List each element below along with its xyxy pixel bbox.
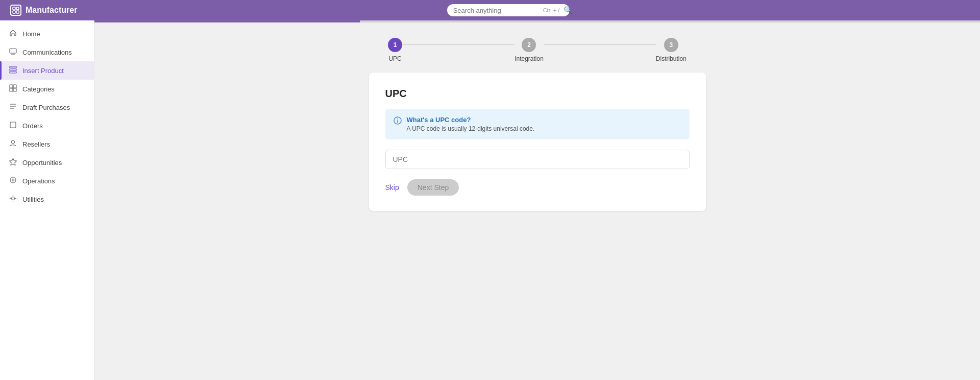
- next-step-button[interactable]: Next Step: [407, 179, 459, 196]
- opportunities-icon: [8, 158, 17, 167]
- upc-card: UPC What's a UPC code? A UPC code is usu…: [369, 73, 706, 211]
- sidebar-item-insert-product[interactable]: Insert Product: [0, 61, 94, 80]
- stepper-circle-2: 2: [522, 38, 536, 52]
- stepper-label-upc: UPC: [388, 55, 401, 62]
- utilities-icon: [8, 195, 17, 204]
- svg-point-22: [397, 118, 398, 120]
- sidebar-item-label: Orders: [22, 122, 43, 130]
- svg-rect-5: [10, 66, 16, 68]
- home-icon: [8, 29, 17, 38]
- stepper-label-integration: Integration: [514, 55, 544, 62]
- svg-rect-0: [13, 7, 15, 10]
- sidebar-item-label: Resellers: [22, 140, 50, 148]
- sidebar-item-label: Operations: [22, 177, 55, 185]
- sidebar-item-categories[interactable]: Categories: [0, 80, 94, 98]
- sidebar-item-utilities[interactable]: Utilities: [0, 190, 94, 208]
- orders-icon: [8, 121, 17, 130]
- info-desc: A UPC code is usually 12-digits universa…: [407, 125, 535, 132]
- sidebar-item-draft-purchases[interactable]: Draft Purchases: [0, 98, 94, 116]
- categories-icon: [8, 84, 17, 93]
- svg-marker-17: [9, 158, 16, 165]
- svg-rect-11: [13, 88, 16, 91]
- sidebar-item-home[interactable]: Home: [0, 25, 94, 43]
- svg-rect-6: [10, 69, 16, 70]
- brand-label: Manufacturer: [26, 6, 77, 15]
- svg-rect-2: [13, 11, 15, 13]
- stepper-label-distribution: Distribution: [656, 55, 687, 62]
- search-shortcut: Ctrl + /: [543, 7, 560, 13]
- sidebar-item-resellers[interactable]: Resellers: [0, 135, 94, 153]
- stepper-line-1: [402, 44, 514, 45]
- svg-rect-9: [13, 85, 16, 88]
- sidebar-item-orders[interactable]: Orders: [0, 116, 94, 135]
- stepper: 1 UPC 2 Integration 3 Distribution: [94, 22, 980, 73]
- info-title: What's a UPC code?: [407, 116, 535, 124]
- sidebar-item-label: Insert Product: [22, 67, 64, 75]
- stepper-circle-1: 1: [388, 38, 402, 52]
- sidebar: Home Communications Insert Product Categ…: [0, 20, 94, 380]
- main-content: 1 UPC 2 Integration 3 Distribution UPC: [94, 20, 980, 380]
- svg-rect-8: [10, 85, 13, 88]
- search-input[interactable]: [453, 7, 539, 14]
- stepper-step-upc: 1 UPC: [388, 38, 402, 62]
- communications-icon: [8, 48, 17, 57]
- svg-rect-1: [16, 7, 19, 10]
- skip-button[interactable]: Skip: [385, 183, 399, 192]
- layout: Home Communications Insert Product Categ…: [0, 20, 980, 380]
- brand-icon: [10, 5, 21, 16]
- info-banner: What's a UPC code? A UPC code is usually…: [385, 109, 690, 139]
- sidebar-item-label: Utilities: [22, 196, 44, 203]
- info-content: What's a UPC code? A UPC code is usually…: [407, 116, 535, 132]
- sidebar-item-opportunities[interactable]: Opportunities: [0, 153, 94, 172]
- draft-purchases-icon: [8, 103, 17, 112]
- svg-rect-10: [10, 88, 13, 91]
- sidebar-item-operations[interactable]: Operations: [0, 172, 94, 190]
- stepper-line-2: [544, 44, 656, 45]
- sidebar-item-label: Categories: [22, 85, 55, 93]
- sidebar-item-label: Communications: [22, 49, 72, 56]
- svg-point-19: [12, 179, 14, 181]
- stepper-step-integration: 2 Integration: [514, 38, 544, 62]
- svg-rect-4: [10, 49, 16, 53]
- resellers-icon: [8, 139, 17, 149]
- svg-rect-7: [10, 72, 16, 73]
- svg-point-16: [11, 140, 14, 144]
- search-icon[interactable]: 🔍: [564, 6, 572, 14]
- brand: Manufacturer: [10, 5, 77, 16]
- sidebar-item-label: Home: [22, 30, 40, 38]
- card-actions: Skip Next Step: [385, 179, 690, 196]
- info-icon: [394, 116, 402, 127]
- svg-rect-15: [10, 122, 16, 128]
- sidebar-item-label: Opportunities: [22, 159, 62, 167]
- svg-point-18: [10, 177, 16, 183]
- upc-input[interactable]: [385, 150, 690, 169]
- insert-product-icon: [8, 66, 17, 75]
- svg-point-20: [11, 197, 14, 200]
- operations-icon: [8, 176, 17, 185]
- svg-rect-3: [16, 11, 19, 13]
- card-title: UPC: [385, 88, 690, 100]
- stepper-step-distribution: 3 Distribution: [656, 38, 687, 62]
- sidebar-item-communications[interactable]: Communications: [0, 43, 94, 61]
- topnav: Manufacturer Ctrl + / 🔍: [0, 0, 980, 20]
- sidebar-item-label: Draft Purchases: [22, 104, 70, 111]
- search-bar[interactable]: Ctrl + / 🔍: [447, 4, 570, 16]
- stepper-circle-3: 3: [664, 38, 678, 52]
